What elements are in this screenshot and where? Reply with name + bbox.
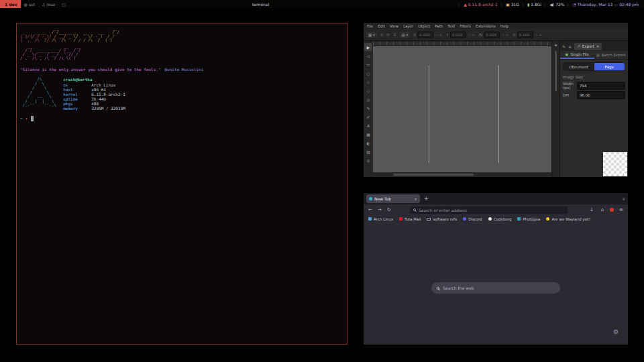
tool-icon[interactable]: ◐	[364, 139, 372, 147]
edit-panel-icon[interactable]: ✎	[562, 44, 566, 49]
tool-icon[interactable]: ◇	[364, 86, 372, 95]
bookmark-item[interactable]: Tuta Mail	[399, 217, 421, 221]
new-tab-button[interactable]: +	[424, 196, 429, 202]
menu-item[interactable]: Extensions	[476, 24, 496, 28]
spin-plus[interactable]: +	[539, 33, 542, 37]
spin-minus[interactable]: −	[501, 33, 504, 37]
bookmark-item[interactable]: Discord	[463, 217, 482, 221]
downloads-button[interactable]: ↓	[588, 207, 595, 213]
list-dropdown[interactable]: ▤ ▾	[400, 32, 411, 38]
page-settings-gear-icon[interactable]: ⚙	[613, 328, 619, 335]
browser-window[interactable]: New Tab × + ∨ ← → ↻ Search or enter addr…	[364, 193, 628, 345]
fetch-row: memory 3295M / 32019M	[63, 106, 125, 111]
bookmark-item[interactable]: Photopea	[517, 217, 540, 221]
spin-plus[interactable]: +	[472, 33, 475, 37]
coordinate-spinbox[interactable]: Y 0.000 − +	[446, 32, 475, 38]
workspace-tag-label: muz	[46, 2, 55, 7]
bookmark-item[interactable]: software refs	[427, 217, 457, 221]
bookmark-item[interactable]: Arch Linux	[368, 217, 393, 221]
export-tab-close-icon[interactable]: ×	[596, 44, 600, 48]
export-area-label: Page	[605, 65, 614, 69]
export-area-button[interactable]: Page	[594, 63, 625, 70]
export-mode-tab[interactable]: ▤ Batch Export	[594, 51, 629, 59]
export-mode-tab[interactable]: ▣ Single File	[560, 51, 594, 59]
menu-item[interactable]: View	[390, 24, 398, 28]
workspace-tag[interactable]: 1 dev	[0, 0, 21, 8]
list-tabs-chevron-icon[interactable]: ∨	[623, 196, 625, 201]
snap-icon[interactable]: ◆	[554, 43, 557, 47]
spin-value[interactable]: 0.000	[417, 32, 433, 38]
tool-icon[interactable]: ✎	[364, 104, 372, 112]
coordinate-spinbox[interactable]: W 0.000 − +	[479, 32, 509, 38]
menu-item[interactable]: Text	[447, 24, 455, 28]
menu-item[interactable]: Object	[418, 24, 430, 28]
rotate-cw-icon[interactable]: ⟳	[386, 33, 390, 37]
search-icon	[413, 208, 416, 211]
menu-item[interactable]: Help	[500, 24, 509, 28]
browser-tab[interactable]: New Tab ×	[366, 194, 420, 203]
flip-icon[interactable]: ⇅	[393, 33, 396, 37]
tool-icon[interactable]: ▦	[364, 130, 372, 138]
tool-icon[interactable]: ✐	[364, 113, 372, 121]
status-segment: ◔ Thursday, Mar 13 — 02:48 pm	[564, 2, 639, 7]
width-label: Width (px)	[563, 82, 575, 90]
shell-prompt[interactable]: ~ ›	[20, 116, 343, 121]
bookmark-item[interactable]: Codeberg	[488, 217, 512, 221]
spin-value[interactable]: 0.000	[450, 32, 466, 38]
home-button[interactable]: ⌂	[599, 207, 606, 213]
bookmark-favicon	[517, 217, 521, 221]
coordinate-spinbox[interactable]: X 0.000 − +	[413, 32, 442, 38]
terminal-window[interactable]: __ __ _ _____ / /________ __ _ ___ / / |…	[16, 23, 347, 345]
menu-item[interactable]: Edit	[378, 24, 385, 28]
status-text: 31G	[511, 2, 519, 7]
spin-minus[interactable]: −	[435, 33, 438, 37]
workspace-tag[interactable]: ♫ muz	[38, 0, 58, 8]
tool-icon[interactable]: ◁	[364, 52, 372, 60]
reload-button[interactable]: ↻	[386, 207, 392, 213]
menu-button[interactable]: ≡	[618, 207, 625, 213]
back-button[interactable]: ←	[367, 207, 374, 213]
tool-icon[interactable]: ◎	[364, 95, 372, 103]
spin-value[interactable]: 0.000	[484, 32, 500, 38]
tool-icon[interactable]: A	[364, 121, 372, 129]
layers-panel-icon[interactable]: ≡	[568, 44, 572, 49]
spin-plus[interactable]: +	[506, 33, 509, 37]
tab-close-icon[interactable]: ×	[414, 196, 417, 201]
tool-icon[interactable]: ○	[364, 69, 372, 77]
forward-button[interactable]: →	[376, 207, 383, 213]
workspace-tag[interactable]: ◍ ust	[21, 0, 39, 8]
extension-icon[interactable]	[610, 208, 614, 212]
rotate-ccw-icon[interactable]: ⟲	[380, 33, 384, 37]
export-panel-tab[interactable]: ↗ Export ×	[574, 43, 602, 50]
spin-minus[interactable]: −	[468, 33, 471, 37]
coordinate-spinbox[interactable]: H 0.000 − +	[513, 32, 542, 38]
spin-plus[interactable]: +	[439, 33, 443, 37]
web-search-box[interactable]: Search the web	[431, 282, 560, 294]
url-bar[interactable]: Search or enter address	[410, 206, 568, 214]
menu-item[interactable]: File	[367, 24, 373, 28]
bookmark-item[interactable]: Are we Wayland yet?	[546, 217, 590, 221]
tool-icon[interactable]: ☆	[364, 78, 372, 86]
inkscape-canvas[interactable]	[373, 46, 551, 172]
tool-icon[interactable]: ▶	[364, 43, 372, 51]
inkscape-window[interactable]: FileEditViewLayerObjectPathTextFiltersEx…	[364, 23, 628, 177]
spin-value[interactable]: 0.000	[517, 32, 533, 38]
vertical-scrollbar[interactable]	[555, 51, 557, 91]
spin-label: W	[479, 33, 482, 37]
tool-icon[interactable]: ⊙	[364, 156, 372, 164]
workspace-tag[interactable]: □	[58, 0, 70, 8]
width-input[interactable]: 794	[577, 82, 625, 90]
tool-icon[interactable]: ▨	[364, 147, 372, 156]
menu-item[interactable]: Filters	[460, 24, 471, 28]
bookmark-label: Photopea	[523, 217, 540, 221]
tool-icon[interactable]: ▭	[364, 60, 372, 68]
spin-minus[interactable]: −	[535, 33, 538, 37]
menu-item[interactable]: Layer	[403, 24, 413, 28]
menu-item[interactable]: Path	[435, 24, 443, 28]
horizontal-scrollbar[interactable]	[373, 172, 551, 177]
fetch-value: 6.11.8-arch2-1	[91, 92, 125, 97]
selection-dropdown[interactable]: ▦ ▾	[366, 32, 377, 38]
dpi-input[interactable]: 96.00	[577, 91, 625, 99]
export-area-button[interactable]: Document	[564, 63, 594, 70]
workspace-tag-label: ust	[29, 2, 35, 7]
